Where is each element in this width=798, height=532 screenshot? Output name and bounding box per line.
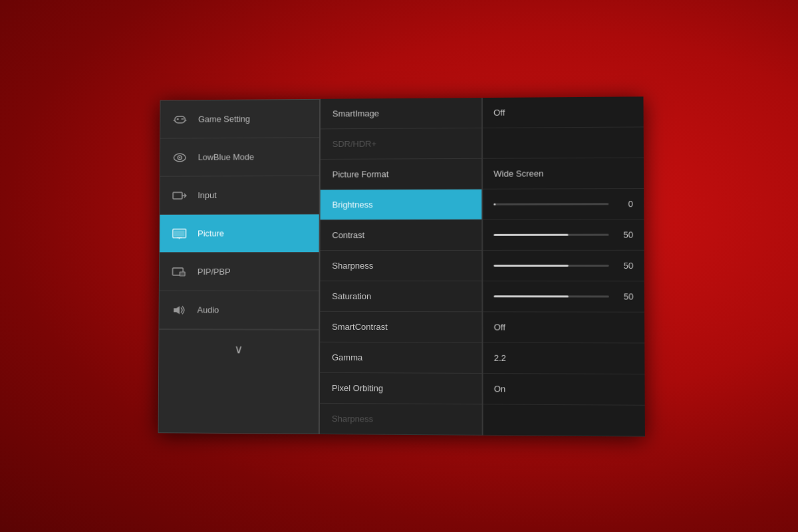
input-icon: [170, 186, 189, 205]
value-gamma: 2.2: [483, 343, 645, 374]
svg-rect-15: [174, 230, 185, 236]
sidebar-label-game-setting: Game Setting: [198, 114, 250, 124]
value-brightness[interactable]: 0: [483, 189, 644, 220]
svg-point-4: [183, 118, 184, 119]
saturation-slider-track[interactable]: [494, 295, 609, 297]
sidebar-item-lowblue[interactable]: LowBlue Mode: [160, 138, 319, 176]
brightness-slider-fill: [493, 203, 495, 205]
sidebar-label-pip: PIP/PBP: [198, 267, 231, 277]
gamepad-icon: [171, 110, 190, 129]
value-saturation[interactable]: 50: [483, 281, 644, 313]
sidebar-label-lowblue: LowBlue Mode: [198, 152, 255, 162]
brightness-slider-track[interactable]: [493, 203, 608, 205]
sharpness-slider-track[interactable]: [493, 265, 608, 267]
svg-rect-0: [175, 116, 186, 122]
menu-item-smartimage[interactable]: SmartImage: [321, 98, 481, 129]
sidebar-label-picture: Picture: [198, 228, 224, 238]
picture-icon: [170, 224, 189, 243]
value-sdr-hdr: [483, 127, 644, 158]
menu-item-sdr-hdr: SDR/HDR+: [321, 128, 481, 160]
sharpness-value-label: 50: [614, 261, 634, 271]
svg-point-9: [179, 156, 180, 158]
eye-icon: [171, 148, 190, 167]
menu-item-sharpness[interactable]: Sharpness: [320, 251, 481, 281]
menu-item-smartcontrast[interactable]: SmartContrast: [320, 312, 481, 343]
sidebar-label-audio: Audio: [198, 305, 219, 315]
value-contrast[interactable]: 50: [483, 219, 644, 251]
value-sharpness[interactable]: 50: [483, 251, 644, 281]
menu-item-pixel-orbiting[interactable]: Pixel Orbiting: [320, 373, 482, 405]
menu-item-brightness[interactable]: Brightness: [321, 190, 482, 221]
saturation-value-label: 50: [614, 291, 634, 301]
sidebar-item-input[interactable]: Input: [160, 176, 319, 215]
menu-item-gamma[interactable]: Gamma: [320, 342, 481, 374]
value-picture-format: Wide Screen: [483, 158, 644, 190]
sharpness-slider-fill: [493, 265, 568, 267]
values-panel: Off Wide Screen 0 50 50: [482, 96, 645, 436]
osd-panel: Game Setting LowBlue Mode Input: [158, 96, 645, 436]
sidebar-item-picture[interactable]: Picture: [160, 214, 319, 253]
saturation-slider-fill: [494, 295, 569, 297]
value-sharpness2: [483, 404, 645, 436]
contrast-slider-track[interactable]: [493, 234, 608, 236]
value-smartcontrast: Off: [483, 312, 644, 343]
chevron-down-icon: ∨: [234, 342, 243, 356]
sidebar-label-input: Input: [198, 190, 216, 200]
svg-rect-2: [178, 118, 178, 120]
sidebar-item-pip[interactable]: PIP/PBP: [160, 253, 319, 291]
sidebar-item-audio[interactable]: Audio: [159, 291, 319, 330]
pip-icon: [170, 263, 189, 281]
menu-item-contrast[interactable]: Contrast: [321, 220, 482, 251]
menu-item-saturation[interactable]: Saturation: [320, 281, 481, 312]
svg-rect-10: [173, 192, 182, 199]
svg-rect-17: [180, 271, 185, 275]
menu-item-sharpness2: Sharpness: [320, 404, 482, 436]
menu-list: SmartImage SDR/HDR+ Picture Format Brigh…: [319, 98, 483, 436]
menu-item-picture-format[interactable]: Picture Format: [321, 159, 481, 190]
value-pixel-orbiting: On: [483, 374, 645, 406]
brightness-value-label: 0: [614, 199, 633, 209]
contrast-value-label: 50: [614, 229, 634, 239]
sidebar: Game Setting LowBlue Mode Input: [158, 99, 320, 434]
contrast-slider-fill: [493, 234, 568, 236]
sidebar-item-game-setting[interactable]: Game Setting: [160, 100, 319, 139]
svg-point-3: [182, 118, 183, 119]
scroll-down-button[interactable]: ∨: [159, 329, 319, 369]
audio-icon: [170, 301, 188, 319]
value-smartimage: Off: [483, 96, 644, 128]
svg-marker-18: [174, 306, 180, 314]
